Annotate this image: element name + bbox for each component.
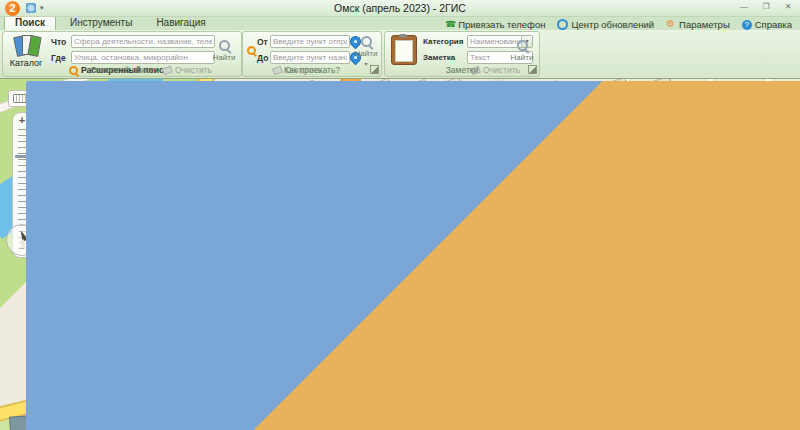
catalog-icon bbox=[14, 34, 38, 56]
where-input[interactable] bbox=[71, 51, 215, 64]
group-caption: Как проехать? bbox=[243, 65, 381, 75]
notes-icon[interactable] bbox=[391, 35, 417, 65]
zoom-in-button[interactable]: + bbox=[19, 115, 25, 127]
group-main-search: Каталог Что Где Расширенный поиск Очисти… bbox=[2, 31, 242, 77]
phone-icon bbox=[445, 20, 455, 30]
minimize-button[interactable]: — bbox=[736, 1, 752, 13]
to-input[interactable] bbox=[270, 51, 350, 64]
what-input[interactable] bbox=[71, 35, 215, 48]
from-label: От bbox=[257, 37, 268, 47]
map-icon[interactable] bbox=[26, 81, 800, 430]
update-icon bbox=[557, 19, 568, 30]
search-icon bbox=[219, 40, 230, 51]
group-caption: Основной поиск bbox=[3, 65, 241, 75]
ribbon-tab[interactable]: Инструменты bbox=[60, 16, 142, 30]
maximize-button[interactable]: ❐ bbox=[758, 1, 774, 13]
ribbon-tab[interactable]: Поиск bbox=[4, 15, 56, 30]
ribbon: Каталог Что Где Расширенный поиск Очисти… bbox=[0, 30, 800, 79]
ribbon-tab-row: ПоискИнструментыНавигация Привязать теле… bbox=[0, 16, 800, 30]
ruler-icon[interactable] bbox=[13, 94, 27, 103]
group-route: От До Очистить Найти ▾ Как проехать? bbox=[242, 31, 382, 77]
menu-item[interactable]: Центр обновлений bbox=[557, 19, 654, 30]
find-button[interactable]: Найти bbox=[211, 35, 237, 67]
dialog-launcher-icon[interactable] bbox=[370, 65, 379, 74]
what-label: Что bbox=[51, 37, 66, 47]
search-icon bbox=[361, 36, 372, 47]
menu-item[interactable]: Привязать телефон bbox=[445, 19, 545, 30]
gear-icon bbox=[666, 20, 676, 30]
where-label: Где bbox=[51, 53, 66, 63]
menu-item[interactable]: Параметры bbox=[666, 19, 730, 30]
from-input[interactable] bbox=[270, 35, 350, 48]
help-icon bbox=[742, 20, 752, 30]
dialog-launcher-icon[interactable] bbox=[528, 65, 537, 74]
window-title: Омск (апрель 2023) - 2ГИС bbox=[0, 2, 800, 14]
menu-item[interactable]: Справка bbox=[742, 19, 792, 30]
title-bar[interactable]: 2 ▾ Омск (апрель 2023) - 2ГИС — ❐ ✕ bbox=[0, 0, 800, 17]
group-notes: Категория Наименование ▾ Заметка Очистит… bbox=[384, 31, 540, 77]
ribbon-tabs: ПоискИнструментыНавигация bbox=[0, 15, 216, 30]
close-button[interactable]: ✕ bbox=[780, 1, 796, 13]
route-search-icon bbox=[247, 46, 256, 55]
to-label: До bbox=[257, 53, 268, 63]
search-icon bbox=[517, 40, 528, 51]
group-caption: Заметки bbox=[385, 65, 539, 75]
category-label: Категория bbox=[423, 37, 463, 46]
find-notes-button[interactable]: Найти bbox=[509, 35, 535, 67]
ribbon-tab[interactable]: Навигация bbox=[146, 16, 215, 30]
title-menu: Привязать телефон Центр обновлений Парам… bbox=[445, 19, 800, 30]
note-label: Заметка bbox=[423, 53, 455, 62]
find-route-button[interactable]: Найти ▾ bbox=[353, 35, 379, 67]
